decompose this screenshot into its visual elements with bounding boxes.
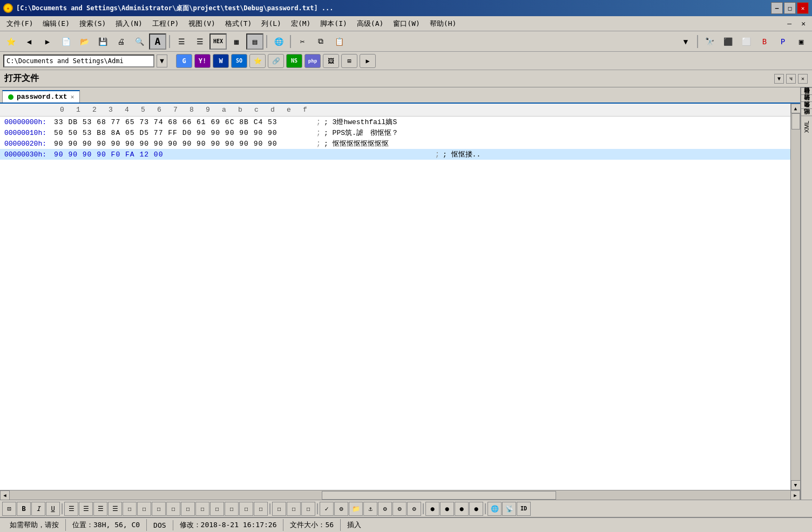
bt-btn-dot3[interactable]: ● [455,502,469,516]
menu-file[interactable]: 文件(F) [2,18,37,30]
toolbar-btn-extra2[interactable]: ⬜ [737,33,755,50]
bt-btn-12[interactable]: ☐ [225,502,239,516]
scroll-down-btn[interactable]: ▼ [791,480,801,490]
toolbar-icon-btn[interactable]: ⭐ [2,33,19,50]
toolbar-grid-btn[interactable]: ▦ [228,33,245,50]
bt-btn-check[interactable]: ✓ [320,502,334,516]
bt-btn-11[interactable]: ☐ [210,502,224,516]
menu-column[interactable]: 列(L) [257,18,285,30]
h-scroll-left-btn[interactable]: ◀ [0,490,10,500]
address-dropdown[interactable]: ▼ [157,54,167,67]
h-scroll-track[interactable] [10,490,790,500]
hex-row-3[interactable]: 00000030h: 90 90 90 90 F0 FA 12 00 ; ; 怄… [0,149,790,160]
toolbar-indent-btn[interactable]: ☰ [173,33,190,50]
rpt-clusters[interactable]: 聚集栏顺序 [801,87,812,94]
menu-macro[interactable]: 宏(M) [287,18,315,30]
toolbar-back-btn[interactable]: ◀ [21,33,38,50]
bt-btn-id[interactable]: ID [517,502,531,516]
browser-btn-php[interactable]: php [304,54,321,68]
rpt-splitter[interactable]: 切分窗口器 [801,94,812,101]
rpt-xml[interactable]: XML 吧输出 [801,115,812,136]
menu-insert[interactable]: 插入(N) [111,18,146,30]
bt-btn-folder[interactable]: 📁 [349,502,363,516]
toolbar-hex-btn[interactable]: HEX [209,33,227,50]
panel-close-btn[interactable]: ✕ [798,74,808,84]
hex-row-2[interactable]: 00000020h: 90 90 90 90 90 90 90 90 90 90… [0,138,790,149]
toolbar-find-btn[interactable]: 🔍 [131,33,148,50]
toolbar-new-btn[interactable]: 📄 [57,33,75,50]
bt-btn-cog2[interactable]: ⚙ [378,502,392,516]
menu-project[interactable]: 工程(P) [148,18,183,30]
bt-btn-cog3[interactable]: ⚙ [393,502,407,516]
menu-minimize-app[interactable]: — [783,18,796,29]
panel-pin-btn[interactable]: ч [786,74,796,84]
bt-btn-13[interactable]: ☐ [239,502,253,516]
bt-btn-gear[interactable]: ⚙ [334,502,348,516]
bt-btn-dot4[interactable]: ● [469,502,483,516]
toolbar-open-btn[interactable]: 📂 [76,33,93,50]
rpt-near-split[interactable]: 附近切分 [801,101,812,108]
bt-btn-cog4[interactable]: ⚙ [407,502,421,516]
close-button[interactable]: ✕ [797,2,809,14]
browser-btn-arrow[interactable]: ▶ [360,54,376,68]
bt-btn-extra[interactable]: 📡 [502,502,516,516]
scroll-up-btn[interactable]: ▲ [791,104,801,113]
menu-view[interactable]: 视图(V) [184,18,219,30]
bt-btn-8[interactable]: ☐ [166,502,180,516]
browser-btn-app[interactable]: ⊞ [341,54,357,68]
toolbar-save-btn[interactable]: 💾 [94,33,111,50]
toolbar-unindent-btn[interactable]: ☰ [191,33,208,50]
menu-edit[interactable]: 编辑(E) [38,18,73,30]
bt-btn-dot1[interactable]: ● [425,502,439,516]
h-scroll-right-btn[interactable]: ▶ [790,490,800,500]
browser-btn-g[interactable]: G [176,54,192,68]
toolbar-print-btn[interactable]: 🖨 [112,33,130,50]
menu-format[interactable]: 格式(T) [221,18,256,30]
hex-row-1[interactable]: 00000010h: 50 50 53 B8 8A 05 D5 77 FF D0… [0,127,790,138]
minimize-button[interactable]: — [771,2,783,14]
browser-btn-ns[interactable]: NS [286,54,302,68]
file-tab[interactable]: password.txt ✕ [2,90,80,103]
hex-row-0[interactable]: 00000000h: 33 DB 53 68 77 65 73 74 68 66… [0,117,790,127]
bt-btn-dot2[interactable]: ● [440,502,454,516]
toolbar-view-btn[interactable]: ▤ [246,33,263,50]
scroll-thumb[interactable] [791,113,800,129]
browser-btn-w[interactable]: W [213,54,229,68]
bt-btn-9[interactable]: ☐ [181,502,195,516]
browser-btn-link[interactable]: 🔗 [268,54,284,68]
toolbar-globe-btn[interactable]: 🌐 [270,33,287,50]
bt-btn-globe[interactable]: 🌐 [488,502,502,516]
toolbar-btn-extra5[interactable]: ▣ [793,33,810,50]
menu-close-app[interactable]: ✕ [797,18,810,29]
h-scroll-thumb[interactable] [322,491,556,500]
address-input[interactable] [3,54,154,67]
bt-btn-4[interactable]: ☰ [108,502,122,516]
bt-btn-italic[interactable]: I [31,502,45,516]
menu-window[interactable]: 窗口(W) [389,18,424,30]
toolbar-expand-btn[interactable]: ▼ [677,33,694,50]
bt-btn-2[interactable]: ☰ [79,502,93,516]
bt-btn-icon[interactable]: ⊡ [2,502,16,516]
toolbar-cut-btn[interactable]: ✂ [294,33,311,50]
bt-btn-16[interactable]: ☐ [287,502,301,516]
bt-btn-15[interactable]: ☐ [272,502,286,516]
menu-search[interactable]: 搜索(S) [75,18,110,30]
maximize-button[interactable]: □ [784,2,796,14]
menu-script[interactable]: 脚本(I) [316,18,351,30]
scroll-track[interactable] [791,113,801,480]
bt-btn-3[interactable]: ☰ [93,502,107,516]
toolbar-binoculars-btn[interactable]: 🔭 [701,33,718,50]
toolbar-btn-extra4[interactable]: P [774,33,791,50]
bt-btn-10[interactable]: ☐ [195,502,209,516]
toolbar-copy-btn[interactable]: ⧉ [312,33,329,50]
bt-btn-5[interactable]: ☐ [123,502,137,516]
bt-btn-anchor[interactable]: ⚓ [363,502,377,516]
hex-lines[interactable]: 0 1 2 3 4 5 6 7 8 9 a b c [0,104,790,490]
toolbar-font-btn[interactable]: A [149,33,166,50]
bt-btn-1[interactable]: ☰ [64,502,78,516]
tab-close-btn[interactable]: ✕ [71,93,75,100]
browser-btn-so[interactable]: SO [231,54,247,68]
bt-btn-17[interactable]: ☐ [301,502,315,516]
toolbar-forward-btn[interactable]: ▶ [39,33,56,50]
menu-advanced[interactable]: 高级(A) [353,18,388,30]
